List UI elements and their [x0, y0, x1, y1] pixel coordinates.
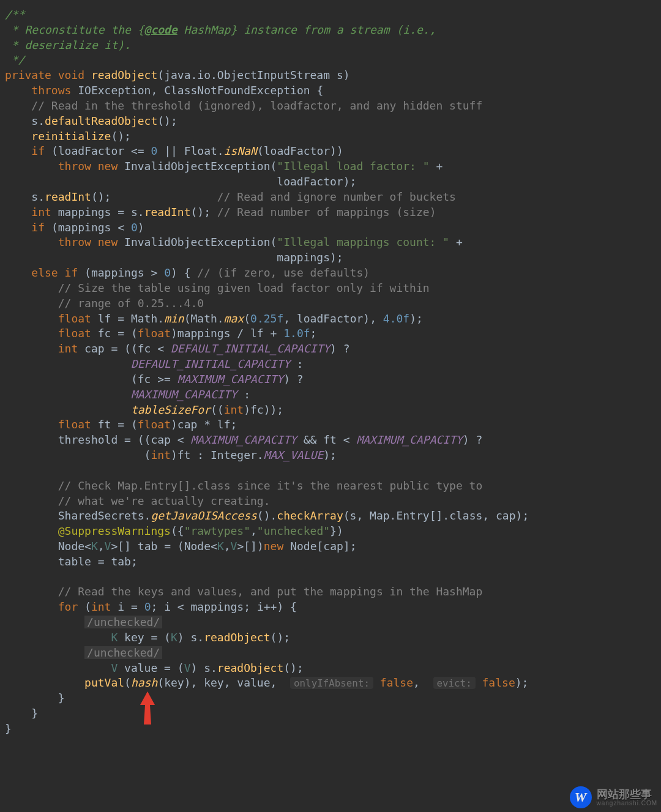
javadoc-open: /**	[5, 8, 25, 21]
javadoc-link: @code	[144, 23, 177, 36]
method-name: readObject	[91, 69, 157, 81]
watermark-badge: W	[570, 786, 592, 808]
inlay-hint-onlyifabsent: onlyIfAbsent:	[290, 677, 373, 689]
unchecked-annotation: /unchecked/	[84, 616, 162, 628]
watermark-sub: wangzhanshi.COM	[597, 800, 657, 806]
annotation: @SuppressWarnings	[58, 524, 171, 537]
code-editor: /** * Reconstitute the {@code HashMap} i…	[0, 0, 661, 786]
watermark-title: 网站那些事	[597, 789, 657, 800]
javadoc-close: */	[5, 53, 25, 66]
inlay-hint-evict: evict:	[433, 677, 476, 689]
javadoc-line-1: * Reconstitute the {@code HashMap} insta…	[5, 23, 436, 36]
param-type: java.io.ObjectInputStream	[164, 69, 330, 81]
comment: // Read in the threshold (ignored), load…	[31, 99, 482, 112]
kw-private: private	[5, 69, 51, 81]
javadoc-line-2: * deserialize it).	[5, 39, 131, 51]
unchecked-annotation: /unchecked/	[84, 646, 162, 659]
kw-throws: throws	[31, 84, 71, 97]
watermark: W 网站那些事 wangzhanshi.COM	[570, 786, 657, 808]
kw-void: void	[58, 69, 84, 81]
